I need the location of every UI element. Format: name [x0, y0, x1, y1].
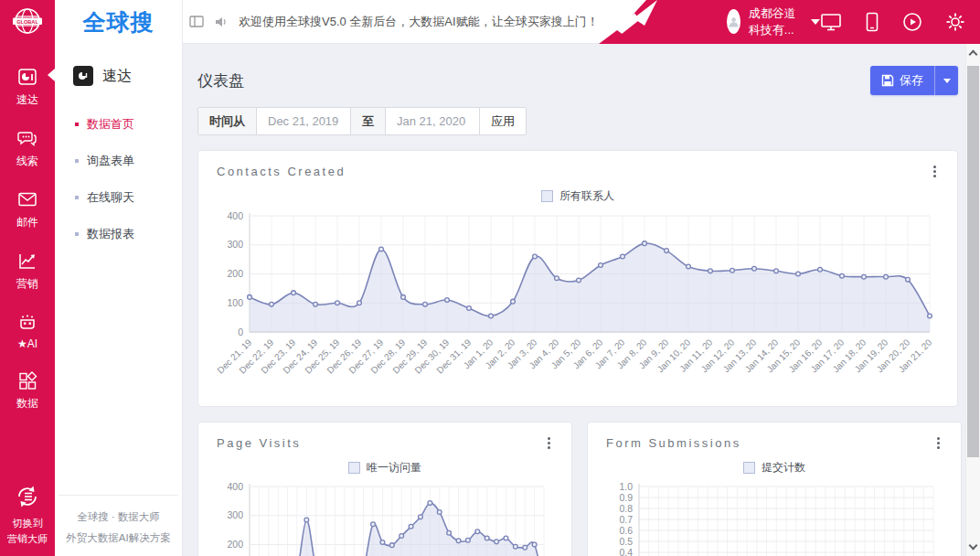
date-to-input[interactable] [386, 108, 479, 134]
save-dropdown-button[interactable] [934, 66, 958, 95]
scroll-up-arrow-icon[interactable] [969, 50, 978, 59]
global-logo[interactable]: GLOBAL [0, 0, 55, 44]
legend-swatch-icon [743, 462, 755, 474]
svg-text:300: 300 [227, 239, 243, 250]
save-button[interactable]: 保存 [870, 66, 934, 95]
submenu-list: 数据首页 询盘表单 在线聊天 数据报表 [55, 91, 182, 252]
switch-label-line1: 切换到 [13, 518, 43, 529]
submenu-item-label: 询盘表单 [87, 153, 134, 169]
chevron-down-icon [943, 79, 951, 83]
main-content: 仪表盘 保存 时间从 至 应用 [183, 44, 965, 556]
svg-text:0.6: 0.6 [619, 525, 633, 536]
sidebar-item-marketing[interactable]: 营销 [0, 248, 55, 294]
page-title: 仪表盘 [197, 70, 244, 91]
svg-text:0.7: 0.7 [619, 514, 633, 525]
dashboard-icon [16, 66, 38, 88]
sidebar-item-mail[interactable]: 邮件 [0, 187, 55, 232]
chart-legend[interactable]: 所有联系人 [217, 188, 939, 204]
sidebar-item-ai[interactable]: ★AI [0, 309, 55, 352]
header-account-area: 成都谷道科技有... [599, 0, 980, 44]
bullet-icon [75, 159, 79, 163]
sidebar-item-label: 营销 [16, 276, 38, 292]
gear-icon[interactable] [945, 12, 965, 32]
footer-brand-line: 全球搜 · 数据大师 [77, 511, 160, 522]
svg-text:300: 300 [227, 509, 243, 520]
mail-icon [16, 188, 38, 210]
chart-card-page-visits: Page Visits 唯一访问量 0100200300400Dec 21, 1… [197, 422, 572, 556]
active-indicator [48, 69, 55, 81]
primary-nav: 速达 线索 邮件 [0, 44, 55, 413]
date-from-label: 时间从 [198, 108, 257, 134]
date-range-bar: 时间从 至 应用 [197, 107, 527, 135]
submenu-header: 速达 [55, 44, 182, 91]
chat-bubbles-icon [16, 127, 38, 149]
app-logo-text[interactable]: 全球搜 [55, 0, 182, 44]
apply-button[interactable]: 应用 [479, 108, 526, 134]
switch-circular-arrows-icon [14, 483, 41, 510]
chart-card-form-submissions: Form Submissions 提交计数 0.00.10.20.30.40.5… [587, 422, 962, 556]
desktop-icon[interactable] [820, 12, 842, 32]
sidebar-item-label: 线索 [16, 154, 38, 169]
top-header: 欢迎使用全球搜V5.0 全新后台，大数据AI赋能，让全球买家搜上门！ 成 [183, 0, 980, 44]
announcement-bar: 欢迎使用全球搜V5.0 全新后台，大数据AI赋能，让全球买家搜上门！ [183, 14, 599, 30]
avatar [727, 9, 740, 34]
svg-text:200: 200 [227, 268, 243, 279]
data-blocks-icon [16, 369, 38, 391]
submenu-item-inquiry-forms[interactable]: 询盘表单 [75, 143, 182, 179]
card-title: Contacts Created [217, 165, 346, 178]
bullet-icon [75, 232, 79, 236]
vertical-scrollbar[interactable] [965, 44, 980, 556]
legend-label: 所有联系人 [559, 188, 614, 204]
sidebar-item-label: 速达 [16, 92, 38, 108]
svg-text:0.9: 0.9 [619, 492, 633, 503]
account-menu[interactable]: 成都谷道科技有... [727, 5, 820, 38]
card-title: Form Submissions [606, 436, 741, 450]
collapse-menu-icon[interactable] [189, 15, 204, 28]
app-window: GLOBAL 速达 线索 [0, 0, 980, 556]
switch-to-marketing-button[interactable]: 切换到 营销大师 [7, 483, 48, 547]
announcement-text: 欢迎使用全球搜V5.0 全新后台，大数据AI赋能，让全球买家搜上门！ [239, 14, 599, 30]
svg-text:0.4: 0.4 [619, 547, 633, 556]
svg-text:GLOBAL: GLOBAL [16, 19, 38, 25]
submenu-item-data-reports[interactable]: 数据报表 [75, 216, 182, 252]
kebab-menu-icon[interactable] [545, 434, 553, 452]
sidebar-item-leads[interactable]: 线索 [0, 125, 55, 171]
submenu-header-label: 速达 [102, 67, 132, 86]
card-title: Page Visits [217, 436, 301, 450]
kebab-menu-icon[interactable] [931, 163, 939, 180]
sidebar-item-express[interactable]: 速达 [0, 64, 55, 110]
kebab-menu-icon[interactable] [934, 434, 943, 452]
legend-swatch-icon [541, 190, 553, 202]
date-from-input[interactable] [257, 108, 350, 134]
primary-sidebar: GLOBAL 速达 线索 [0, 0, 55, 556]
chart-legend[interactable]: 提交计数 [606, 460, 943, 476]
globe-logo-icon: GLOBAL [10, 5, 45, 39]
svg-text:400: 400 [227, 481, 243, 492]
contacts-line-chart: 0100200300400Dec 21, 19Dec 22, 19Dec 23,… [217, 204, 941, 398]
bullet-icon [75, 196, 79, 199]
bullet-icon [75, 123, 79, 126]
secondary-sidebar: 全球搜 速达 数据首页 询盘表单 在线聊天 [55, 0, 183, 556]
trend-chart-icon [16, 250, 38, 272]
scrollbar-thumb[interactable] [967, 66, 979, 457]
scroll-down-arrow-icon[interactable] [969, 541, 978, 551]
sidebar-item-data[interactable]: 数据 [0, 368, 55, 413]
sidebar-item-label: 数据 [16, 396, 38, 412]
ai-robot-icon [16, 311, 38, 333]
chart-legend[interactable]: 唯一访问量 [217, 460, 553, 476]
sidebar-item-label: 邮件 [16, 215, 38, 230]
speaker-icon [214, 15, 229, 29]
submenu-item-online-chat[interactable]: 在线聊天 [75, 179, 182, 216]
header-icons [820, 12, 980, 32]
svg-text:0: 0 [238, 326, 243, 337]
mobile-icon[interactable] [865, 12, 879, 32]
play-video-icon[interactable] [902, 12, 922, 32]
legend-label: 唯一访问量 [367, 460, 421, 476]
account-name: 成都谷道科技有... [749, 5, 801, 38]
submenu-item-data-home[interactable]: 数据首页 [75, 106, 182, 143]
express-mini-icon [73, 66, 93, 86]
svg-text:0.8: 0.8 [619, 503, 633, 514]
page-visits-line-chart: 0100200300400Dec 21, 19Dec 22, 19Dec 23,… [217, 476, 553, 556]
svg-text:200: 200 [227, 539, 243, 550]
submenu-item-label: 数据首页 [87, 116, 134, 133]
